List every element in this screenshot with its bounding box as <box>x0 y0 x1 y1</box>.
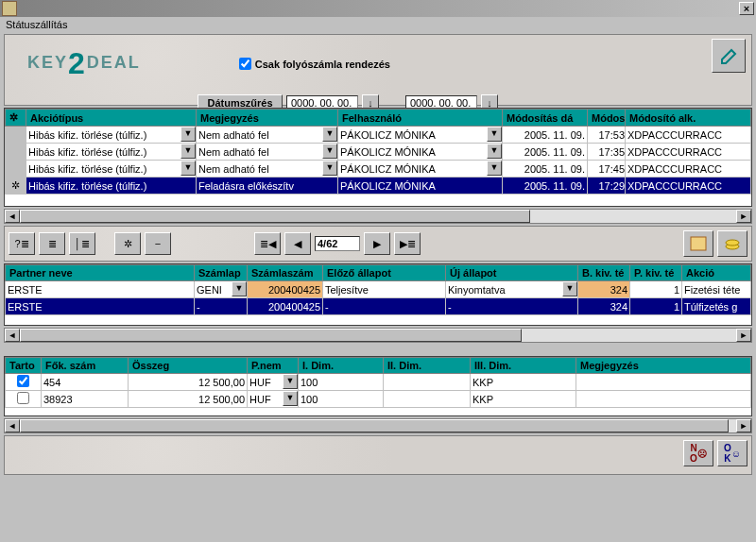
col-modido[interactable]: Módos <box>588 110 626 127</box>
scroll-right-icon[interactable]: ► <box>736 329 751 342</box>
star-button[interactable]: ✲ <box>114 232 141 255</box>
col-partner[interactable]: Partner neve <box>6 265 195 281</box>
cell-akcio[interactable] <box>26 161 196 177</box>
col-pnem[interactable]: P.nem <box>248 358 299 374</box>
accounts-grid[interactable]: Tarto Fők. szám Összeg P.nem I. Dim. II.… <box>4 356 752 416</box>
col-tarto[interactable]: Tarto <box>6 358 42 374</box>
table-row[interactable]: ▼ ▼ ▼ 2005. 11. 09. 17:53 XDPACCCURRACC <box>6 127 751 144</box>
col-moddat[interactable]: Módosítás dá <box>503 110 588 127</box>
minus-button[interactable]: − <box>145 232 171 255</box>
cell-felh[interactable] <box>338 161 502 177</box>
col-akcio[interactable]: Akciótípus <box>26 110 197 127</box>
scroll-thumb[interactable] <box>20 419 729 432</box>
list2-button[interactable]: │≣ <box>69 232 95 255</box>
cell-felh[interactable] <box>338 144 502 160</box>
col-akcio2[interactable]: Akció <box>682 265 751 281</box>
col-iidim[interactable]: II. Dim. <box>384 358 471 374</box>
cell-felh[interactable] <box>338 178 502 194</box>
col-elozo[interactable]: Előző állapot <box>323 265 446 281</box>
partner-grid[interactable]: Partner neve Számlap Számlaszám Előző ál… <box>4 263 752 326</box>
scroll-left-icon[interactable]: ◄ <box>5 419 20 432</box>
cell-modalk: XDPACCCURRACC <box>626 146 722 158</box>
cell-moddat: 2005. 11. 09. <box>524 163 587 175</box>
grid2-hscrollbar[interactable]: ◄ ► <box>4 328 752 343</box>
coins-icon <box>723 235 742 252</box>
col-modalk[interactable]: Módosító alk. <box>626 110 751 127</box>
ok-button[interactable]: O K☺ <box>717 440 747 466</box>
report2-button[interactable] <box>717 230 747 257</box>
table-row[interactable]: ▼ ▼ ▼ 2005. 11. 09. 17:35 XDPACCCURRACC <box>6 144 751 161</box>
scroll-left-icon[interactable]: ◄ <box>5 210 20 223</box>
pager-toolbar: ?≣ ≣ │≣ ✲ − ≣◀ ◀ ▶ ▶≣ <box>4 226 752 262</box>
col-szamlaszam[interactable]: Számlaszám <box>248 265 323 281</box>
first-icon: ≣◀ <box>260 238 276 250</box>
logo: KEY2DEAL <box>9 39 148 89</box>
cell-megj[interactable] <box>197 144 337 160</box>
cell-osszeg: 12 500,00 <box>198 394 247 405</box>
cell-akcio[interactable] <box>26 144 196 160</box>
last-page-button[interactable]: ▶≣ <box>394 232 421 255</box>
cell-fok: 38923 <box>42 394 73 405</box>
next-page-button[interactable]: ▶ <box>364 232 390 255</box>
book-icon <box>689 235 708 252</box>
page-indicator[interactable] <box>315 236 360 251</box>
col-idim[interactable]: I. Dim. <box>299 358 384 374</box>
tarto-checkbox[interactable] <box>17 392 29 404</box>
help-button[interactable]: ?≣ <box>9 232 35 255</box>
smile-icon: ☺ <box>731 449 741 459</box>
cell-iiidim: KKP <box>471 394 493 405</box>
col-uj[interactable]: Új állapot <box>446 265 578 281</box>
col-felhasznalo[interactable]: Felhasználó <box>338 110 503 127</box>
tarto-checkbox[interactable] <box>17 375 29 387</box>
cell-felh[interactable] <box>338 127 502 143</box>
cell-szamlap[interactable] <box>195 298 247 314</box>
header-panel: KEY2DEAL Csak folyószámla rendezés Dátum… <box>4 34 752 106</box>
table-row[interactable]: 38923 12 500,00 ▼ 100 KKP <box>6 391 751 408</box>
cell-bkiv: 324 <box>610 301 629 313</box>
cell-modido: 17:29 <box>598 180 625 192</box>
col-megj3[interactable]: Megjegyzés <box>576 358 751 374</box>
only-current-account-checkbox[interactable] <box>239 58 251 70</box>
edit-icon-button[interactable] <box>712 39 746 73</box>
report1-button[interactable] <box>683 230 713 257</box>
cell-megj[interactable] <box>197 161 337 177</box>
table-row-selected[interactable]: ✲ ▼ ▼ ▼ 2005. 11. 09. 17:29 XDPACCCURRAC… <box>6 178 751 195</box>
cell-megj[interactable] <box>197 127 337 143</box>
scroll-right-icon[interactable]: ► <box>736 210 751 223</box>
cell-elozo: Teljesítve <box>323 284 369 296</box>
cell-pnem[interactable] <box>248 374 298 390</box>
scroll-right-icon[interactable]: ► <box>736 419 751 432</box>
cell-modalk: XDPACCCURRACC <box>626 163 722 175</box>
first-page-button[interactable]: ≣◀ <box>254 232 281 255</box>
col-pkiv[interactable]: P. kiv. té <box>630 265 682 281</box>
list1-button[interactable]: ≣ <box>39 232 65 255</box>
cell-megj[interactable] <box>197 178 337 194</box>
no-label: N O <box>690 443 697 464</box>
col-megjegyzes[interactable]: Megjegyzés <box>197 110 338 127</box>
col-osszeg[interactable]: Összeg <box>129 358 248 374</box>
col-indicator[interactable]: ✲ <box>6 110 26 127</box>
no-button[interactable]: N O☹ <box>683 440 713 466</box>
table-row-selected[interactable]: ERSTE ▼ 200400425 - ▼ 324 1 Túlfizetés g <box>6 298 751 315</box>
cell-uj[interactable] <box>446 281 577 297</box>
cell-akcio[interactable] <box>26 127 196 143</box>
cell-pnem[interactable] <box>248 391 298 407</box>
col-bkiv[interactable]: B. kiv. té <box>578 265 630 281</box>
scroll-left-icon[interactable]: ◄ <box>5 329 20 342</box>
grid3-hscrollbar[interactable]: ◄ ► <box>4 418 752 433</box>
grid1-hscrollbar[interactable]: ◄ ► <box>4 209 752 224</box>
table-row[interactable]: ERSTE ▼ 200400425 Teljesítve ▼ 324 1 Fiz… <box>6 281 751 298</box>
scroll-thumb[interactable] <box>20 329 522 342</box>
cell-szamlap[interactable] <box>195 281 247 297</box>
col-szamlap[interactable]: Számlap <box>195 265 248 281</box>
table-row[interactable]: ▼ ▼ ▼ 2005. 11. 09. 17:45 XDPACCCURRACC <box>6 161 751 178</box>
scroll-thumb[interactable] <box>20 210 530 223</box>
close-button[interactable]: × <box>739 2 754 15</box>
cell-uj[interactable] <box>446 298 577 314</box>
col-iiidim[interactable]: III. Dim. <box>471 358 576 374</box>
table-row[interactable]: 454 12 500,00 ▼ 100 KKP <box>6 374 751 391</box>
actions-grid[interactable]: ✲ Akciótípus Megjegyzés Felhasználó Módo… <box>4 108 752 207</box>
col-fok[interactable]: Fők. szám <box>42 358 129 374</box>
prev-page-button[interactable]: ◀ <box>284 232 311 255</box>
cell-akcio[interactable] <box>26 178 196 194</box>
